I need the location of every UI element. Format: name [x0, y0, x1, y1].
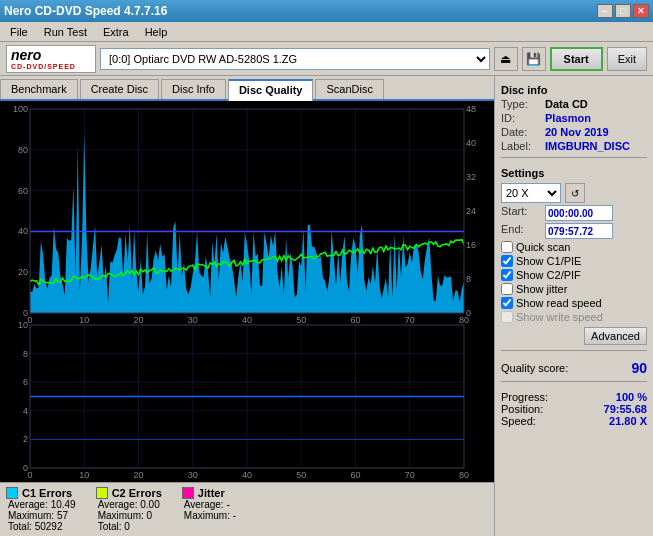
c1-avg-value: 10.49 — [51, 499, 76, 510]
c1-max-label: Maximum: — [8, 510, 54, 521]
jitter-label: Show jitter — [516, 283, 567, 295]
quality-chart — [0, 101, 494, 482]
menu-file[interactable]: File — [4, 25, 34, 39]
write-speed-checkbox — [501, 311, 513, 323]
disc-id-row: ID: Plasmon — [501, 112, 647, 124]
jitter-checkbox[interactable] — [501, 283, 513, 295]
quality-score-row: Quality score: 90 — [501, 360, 647, 376]
divider-2 — [501, 350, 647, 351]
read-speed-checkbox[interactable] — [501, 297, 513, 309]
jitter-max-value: - — [233, 510, 236, 521]
eject-icon-button[interactable]: ⏏ — [494, 47, 518, 71]
divider-1 — [501, 157, 647, 158]
title-bar: Nero CD-DVD Speed 4.7.7.16 − □ ✕ — [0, 0, 653, 22]
logo: nero CD-DVD/SPEED — [6, 45, 96, 73]
disc-type-row: Type: Data CD — [501, 98, 647, 110]
jitter-max-label: Maximum: — [184, 510, 230, 521]
speed-label: Speed: — [501, 415, 536, 427]
disc-type-label: Type: — [501, 98, 543, 110]
quality-score-label: Quality score: — [501, 362, 568, 374]
read-speed-label: Show read speed — [516, 297, 602, 309]
left-panel: Benchmark Create Disc Disc Info Disc Qua… — [0, 76, 495, 536]
c2-avg-value: 0.00 — [140, 499, 159, 510]
exit-button[interactable]: Exit — [607, 47, 647, 71]
disc-info-title: Disc info — [501, 84, 647, 96]
close-button[interactable]: ✕ — [633, 4, 649, 18]
end-time-row: End: — [501, 223, 647, 239]
tab-scan-disc[interactable]: ScanDisc — [315, 79, 383, 99]
c2-max-value: 0 — [147, 510, 153, 521]
start-time-row: Start: — [501, 205, 647, 221]
c1-total-label: Total: — [8, 521, 32, 532]
jitter-row: Show jitter — [501, 283, 647, 295]
end-time-input[interactable] — [545, 223, 613, 239]
progress-value: 100 % — [616, 391, 647, 403]
nero-logo-sub: CD-DVD/SPEED — [11, 63, 91, 70]
c2-label: C2 Errors — [112, 487, 162, 499]
write-speed-label: Show write speed — [516, 311, 603, 323]
app-title: Nero CD-DVD Speed 4.7.7.16 — [4, 4, 167, 18]
jitter-color-box — [182, 487, 194, 499]
window-controls: − □ ✕ — [597, 4, 649, 18]
drive-selector[interactable]: [0:0] Optiarc DVD RW AD-5280S 1.ZG — [100, 48, 490, 70]
quality-score-value: 90 — [631, 360, 647, 376]
progress-section: Progress: 100 % Position: 79:55.68 Speed… — [501, 391, 647, 427]
jitter-avg-label: Average: — [184, 499, 224, 510]
start-time-input[interactable] — [545, 205, 613, 221]
menu-run-test[interactable]: Run Test — [38, 25, 93, 39]
quick-scan-label: Quick scan — [516, 241, 570, 253]
maximize-button[interactable]: □ — [615, 4, 631, 18]
c2pif-checkbox[interactable] — [501, 269, 513, 281]
legend-c1: C1 Errors Average: 10.49 Maximum: 57 Tot… — [6, 487, 76, 532]
tab-create-disc[interactable]: Create Disc — [80, 79, 159, 99]
disc-date-row: Date: 20 Nov 2019 — [501, 126, 647, 138]
disc-date-label: Date: — [501, 126, 543, 138]
c1-max-value: 57 — [57, 510, 68, 521]
minimize-button[interactable]: − — [597, 4, 613, 18]
menu-bar: File Run Test Extra Help — [0, 22, 653, 42]
speed-row-2: Speed: 21.80 X — [501, 415, 647, 427]
save-icon-button[interactable]: 💾 — [522, 47, 546, 71]
c1-color-box — [6, 487, 18, 499]
position-row: Position: 79:55.68 — [501, 403, 647, 415]
disc-date-value: 20 Nov 2019 — [545, 126, 609, 138]
disc-label-row: Label: IMGBURN_DISC — [501, 140, 647, 152]
disc-id-label: ID: — [501, 112, 543, 124]
advanced-button[interactable]: Advanced — [584, 327, 647, 345]
tab-bar: Benchmark Create Disc Disc Info Disc Qua… — [0, 76, 494, 101]
c1pie-checkbox[interactable] — [501, 255, 513, 267]
disc-label-label: Label: — [501, 140, 543, 152]
legend-jitter: Jitter Average: - Maximum: - — [182, 487, 236, 532]
jitter-avg-value: - — [226, 499, 229, 510]
start-button[interactable]: Start — [550, 47, 603, 71]
read-speed-row: Show read speed — [501, 297, 647, 309]
tab-benchmark[interactable]: Benchmark — [0, 79, 78, 99]
c1pie-row: Show C1/PIE — [501, 255, 647, 267]
settings-title: Settings — [501, 167, 647, 179]
c2-color-box — [96, 487, 108, 499]
disc-label-value: IMGBURN_DISC — [545, 140, 630, 152]
tab-disc-info[interactable]: Disc Info — [161, 79, 226, 99]
c1-total-value: 50292 — [35, 521, 63, 532]
c2-total-label: Total: — [98, 521, 122, 532]
quick-scan-checkbox[interactable] — [501, 241, 513, 253]
toolbar: nero CD-DVD/SPEED [0:0] Optiarc DVD RW A… — [0, 42, 653, 76]
disc-id-value: Plasmon — [545, 112, 591, 124]
speed-selector[interactable]: 20 X — [501, 183, 561, 203]
main-content: Benchmark Create Disc Disc Info Disc Qua… — [0, 76, 653, 536]
legend-area: C1 Errors Average: 10.49 Maximum: 57 Tot… — [0, 482, 494, 536]
c2-max-label: Maximum: — [98, 510, 144, 521]
refresh-icon-button[interactable]: ↺ — [565, 183, 585, 203]
disc-type-value: Data CD — [545, 98, 588, 110]
right-panel: Disc info Type: Data CD ID: Plasmon Date… — [495, 76, 653, 536]
menu-help[interactable]: Help — [139, 25, 174, 39]
c2-avg-label: Average: — [98, 499, 138, 510]
end-label: End: — [501, 223, 543, 239]
write-speed-row: Show write speed — [501, 311, 647, 323]
legend-c2: C2 Errors Average: 0.00 Maximum: 0 Total… — [96, 487, 162, 532]
tab-disc-quality[interactable]: Disc Quality — [228, 79, 314, 101]
quick-scan-row: Quick scan — [501, 241, 647, 253]
position-value: 79:55.68 — [604, 403, 647, 415]
c2pif-label: Show C2/PIF — [516, 269, 581, 281]
menu-extra[interactable]: Extra — [97, 25, 135, 39]
